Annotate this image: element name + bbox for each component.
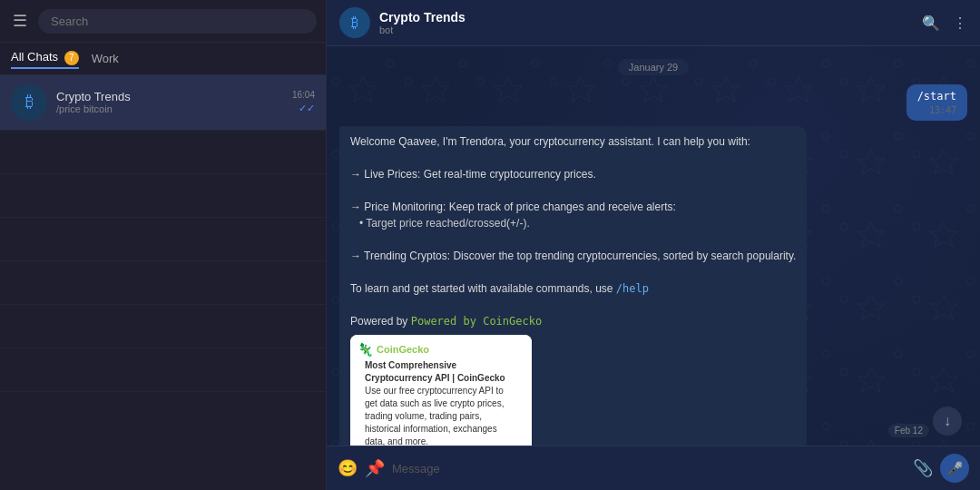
chat-item-3[interactable]: [0, 174, 326, 218]
coingecko-card-body: Most Comprehensive Cryptocurrency API | …: [358, 359, 524, 446]
date-divider: January 29: [618, 59, 689, 75]
start-cmd-time: 13:47: [917, 105, 956, 115]
header-avatar: ₿: [339, 7, 370, 38]
emoji-icon[interactable]: 😊: [338, 458, 358, 478]
chat-list: ₿ Crypto Trends /price bitcoin 16:04 ✓✓: [0, 75, 326, 491]
all-chats-badge: 7: [64, 51, 79, 65]
price-bullet: • Target price reached/crossed(+/-).: [350, 215, 796, 231]
tabs-row: All Chats 7 Work: [0, 43, 326, 75]
sidebar: ☰ All Chats 7 Work ₿ Crypto Trends /pric…: [0, 0, 327, 490]
price-monitoring-text: → Price Monitoring: Keep track of price …: [350, 199, 796, 215]
header-bot-name: Crypto Trends: [379, 10, 922, 24]
welcome-message: Welcome Qaavee, I'm Trendora, your crypt…: [339, 126, 807, 446]
hamburger-icon[interactable]: ☰: [9, 7, 31, 34]
chat-preview-crypto-trends: /price bitcoin: [56, 103, 283, 114]
chat-info-crypto-trends: Crypto Trends /price bitcoin: [56, 90, 283, 114]
search-input[interactable]: [38, 9, 317, 34]
header-info: Crypto Trends bot: [379, 10, 922, 35]
header-more-icon[interactable]: ⋮: [953, 15, 967, 32]
sidebar-header: ☰: [0, 0, 326, 43]
input-area: 😊 📌 📎 🎤: [327, 446, 980, 490]
check-icon: ✓✓: [299, 103, 315, 114]
help-link-text: To learn and get started with available …: [350, 280, 796, 297]
tab-all-chats[interactable]: All Chats 7: [11, 48, 79, 69]
chat-item-7[interactable]: [0, 348, 326, 392]
powered-by: Powered by Powered by CoinGecko: [350, 313, 796, 329]
trending-text: → Trending Cryptos: Discover the top tre…: [350, 248, 796, 264]
coingecko-card-header: 🦎 CoinGecko Most Comprehensive Cryptocur…: [350, 335, 532, 446]
coingecko-logo-text: CoinGecko: [377, 342, 429, 358]
attach-icon[interactable]: 📎: [913, 458, 933, 478]
mic-icon: 🎤: [947, 461, 963, 475]
chat-item-6[interactable]: [0, 305, 326, 348]
message-input[interactable]: [392, 462, 906, 475]
sticker-icon[interactable]: 📌: [365, 458, 385, 478]
chat-header: ₿ Crypto Trends bot 🔍 ⋮: [327, 0, 980, 46]
chat-item-4[interactable]: [0, 218, 326, 261]
avatar-crypto-trends: ₿: [11, 84, 47, 121]
chat-item-2[interactable]: [0, 131, 326, 174]
tab-work[interactable]: Work: [92, 50, 119, 67]
scroll-down-button[interactable]: ↓: [933, 407, 962, 436]
messages-area: January 29 /start 13:47 Welcome Qaavee, …: [327, 46, 980, 446]
mic-button[interactable]: 🎤: [940, 454, 969, 483]
welcome-text: Welcome Qaavee, I'm Trendora, your crypt…: [350, 133, 796, 150]
header-bot-sub: bot: [379, 24, 922, 35]
chat-meta-crypto-trends: 16:04 ✓✓: [292, 90, 315, 114]
user-start-cmd: /start 13:47: [906, 84, 967, 121]
header-search-icon[interactable]: 🔍: [922, 15, 940, 32]
chat-panel: ₿ Crypto Trends bot 🔍 ⋮ January 29 /star…: [327, 0, 980, 490]
chat-name-crypto-trends: Crypto Trends: [56, 90, 283, 103]
coingecko-logo: 🦎 CoinGecko: [358, 340, 524, 359]
scroll-down-icon: ↓: [944, 413, 951, 429]
live-prices-text: → Live Prices: Get real-time cryptocurre…: [350, 166, 796, 182]
chat-time-crypto-trends: 16:04: [292, 90, 315, 100]
chat-item-crypto-trends[interactable]: ₿ Crypto Trends /price bitcoin 16:04 ✓✓: [0, 75, 326, 131]
coingecko-card: 🦎 CoinGecko Most Comprehensive Cryptocur…: [350, 335, 532, 446]
help-cmd-link[interactable]: /help: [616, 282, 649, 295]
scroll-date-label: Feb 12: [888, 424, 929, 437]
header-icons: 🔍 ⋮: [922, 15, 967, 32]
chat-item-5[interactable]: [0, 261, 326, 305]
coingecko-link[interactable]: Powered by CoinGecko: [411, 315, 543, 328]
